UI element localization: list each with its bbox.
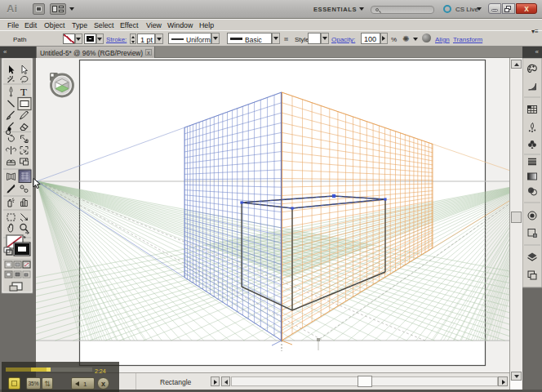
svg-text:T: T <box>20 86 27 98</box>
